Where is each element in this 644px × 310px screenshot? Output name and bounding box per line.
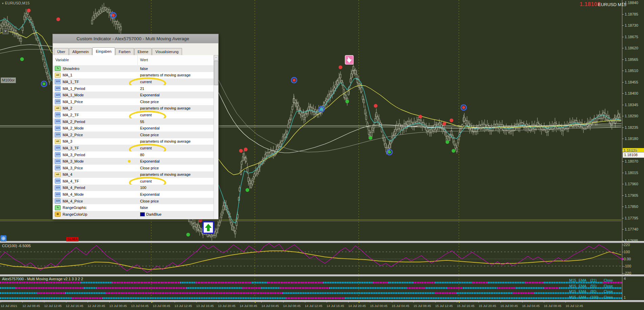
dialog-titlebar[interactable]: Custom Indicator - Alex5757000 - Multi M…	[53, 34, 218, 43]
param-value[interactable]: false	[140, 67, 148, 71]
mma-dot	[15, 297, 17, 299]
param-row[interactable]: 123MA_4_Period100	[53, 185, 214, 191]
param-row[interactable]: 123MA_3_ModeExponential	[53, 158, 214, 165]
m100-tag[interactable]: M100or	[1, 77, 16, 83]
crosshair-icon[interactable]: ⊕	[0, 235, 6, 241]
candle-body	[546, 128, 548, 132]
mma-dot	[44, 292, 45, 294]
candle-body	[367, 123, 368, 126]
param-row[interactable]: 123MA_2_ModeExponential	[53, 125, 214, 132]
mma-dot	[238, 282, 239, 284]
tab-ber[interactable]: Über	[54, 48, 69, 55]
mma-dot	[221, 282, 222, 284]
sema-tag[interactable]: SEMA	[66, 237, 79, 241]
param-value[interactable]: Close price	[140, 100, 159, 104]
price-tick	[622, 82, 624, 82]
mma-dot	[538, 297, 539, 299]
candle-body	[95, 14, 96, 18]
param-value[interactable]: current	[140, 146, 152, 150]
price-tick	[622, 139, 624, 139]
mma-dot	[308, 282, 309, 284]
param-row[interactable]: 123MA_4_ModeExponential	[53, 191, 214, 198]
param-row[interactable]: ▧RangeColorUpDarkBlue	[53, 211, 214, 218]
param-value[interactable]: current	[140, 113, 152, 117]
dialog-scrollbar[interactable]: ^	[214, 55, 218, 219]
param-value[interactable]: parameters of moving average	[140, 73, 191, 77]
param-row[interactable]: 123MA_1_ModeExponential	[53, 92, 214, 98]
mma-dot	[104, 297, 106, 299]
mma-dot	[337, 282, 338, 284]
collapse-button[interactable]: v	[2, 28, 8, 34]
param-row[interactable]: 123MA_3_PriceClose price	[53, 165, 214, 171]
tab-ebene[interactable]: Ebene	[134, 48, 152, 55]
param-value[interactable]: 21	[140, 87, 144, 91]
mma-dot	[114, 297, 116, 299]
price-axis-label: 1.17685	[625, 239, 638, 243]
param-value[interactable]: parameters of moving average	[140, 106, 191, 110]
mma-dot	[524, 287, 526, 289]
param-row[interactable]: 123MA_2_TFcurrent	[53, 112, 214, 118]
mma-dot	[228, 282, 229, 284]
panel-separator[interactable]	[0, 275, 644, 277]
numeric-param-icon: 123	[55, 79, 61, 84]
param-value[interactable]: Close price	[140, 133, 159, 137]
param-value[interactable]: 80	[140, 153, 144, 157]
param-row[interactable]: abMA_4parameters of moving average	[53, 171, 214, 178]
time-axis-label: 14 Jul 12:45	[305, 304, 323, 308]
mma-dot	[196, 282, 197, 284]
param-row[interactable]: 123MA_1_Period21	[53, 85, 214, 92]
panel-separator[interactable]	[0, 300, 644, 302]
scrollbar-thumb[interactable]	[214, 61, 218, 85]
mma-dot	[566, 287, 567, 289]
mma-dot	[263, 292, 264, 294]
param-row[interactable]: abMA_3parameters of moving average	[53, 138, 214, 145]
param-value[interactable]: Exponential	[140, 126, 160, 130]
mma-dot	[89, 287, 90, 289]
param-row[interactable]: 123MA_4_PriceClose price	[53, 198, 214, 205]
candle-body	[235, 231, 236, 234]
param-value[interactable]: DarkBlue	[140, 212, 161, 216]
param-value[interactable]: Exponential	[140, 159, 160, 163]
mma-dot	[426, 297, 427, 299]
param-row[interactable]: abMA_1parameters of moving average	[53, 72, 214, 79]
param-row[interactable]: 123MA_3_Period80	[53, 151, 214, 158]
candle-body	[36, 35, 37, 39]
time-tick	[240, 301, 240, 303]
tab-allgemein[interactable]: Allgemein	[69, 48, 92, 55]
mma-dot	[428, 282, 430, 284]
param-row[interactable]: 123MA_1_PriceClose price	[53, 98, 214, 105]
scrollbar-up-icon[interactable]: ^	[214, 55, 218, 61]
param-row[interactable]: abMA_2parameters of moving average	[53, 105, 214, 112]
signal-dot	[346, 100, 349, 103]
mma-dot	[36, 282, 37, 284]
tab-eingaben[interactable]: Eingaben	[92, 47, 115, 55]
param-value[interactable]: Exponential	[140, 93, 160, 97]
param-value[interactable]: Close price	[140, 166, 159, 170]
mma-dot	[534, 297, 536, 299]
param-row[interactable]: 123MA_2_PriceClose price	[53, 132, 214, 138]
param-value[interactable]: parameters of moving average	[140, 172, 191, 176]
param-row[interactable]: 123MA_3_TFcurrent	[53, 145, 214, 151]
param-value[interactable]: Exponential	[140, 192, 160, 196]
param-row[interactable]: ∿ShowIntrofalse	[53, 65, 214, 72]
param-value[interactable]: parameters of moving average	[140, 139, 191, 143]
param-value[interactable]: 100	[140, 186, 146, 190]
param-row[interactable]: 123MA_2_Period55	[53, 118, 214, 125]
param-value[interactable]: current	[140, 179, 152, 183]
mma-dot	[331, 287, 332, 289]
panel-separator[interactable]	[0, 241, 644, 243]
mma-dot	[472, 297, 473, 299]
param-value[interactable]: 55	[140, 120, 144, 124]
param-row[interactable]: 123MA_1_TFcurrent	[53, 78, 214, 85]
param-value[interactable]: false	[140, 206, 148, 210]
mma-dot	[125, 297, 126, 299]
mma-dot	[217, 292, 219, 294]
tab-farben[interactable]: Farben	[115, 48, 134, 55]
numeric-param-icon: 123	[55, 145, 61, 150]
param-row[interactable]: ∿RangeGraphicfalse	[53, 204, 214, 211]
param-value[interactable]: Close price	[140, 199, 159, 203]
param-row[interactable]: 123MA_4_TFcurrent	[53, 178, 214, 185]
mma-dot	[108, 287, 110, 289]
tab-visualisierung[interactable]: Visualisierung	[152, 48, 182, 55]
param-value[interactable]: current	[140, 80, 152, 84]
